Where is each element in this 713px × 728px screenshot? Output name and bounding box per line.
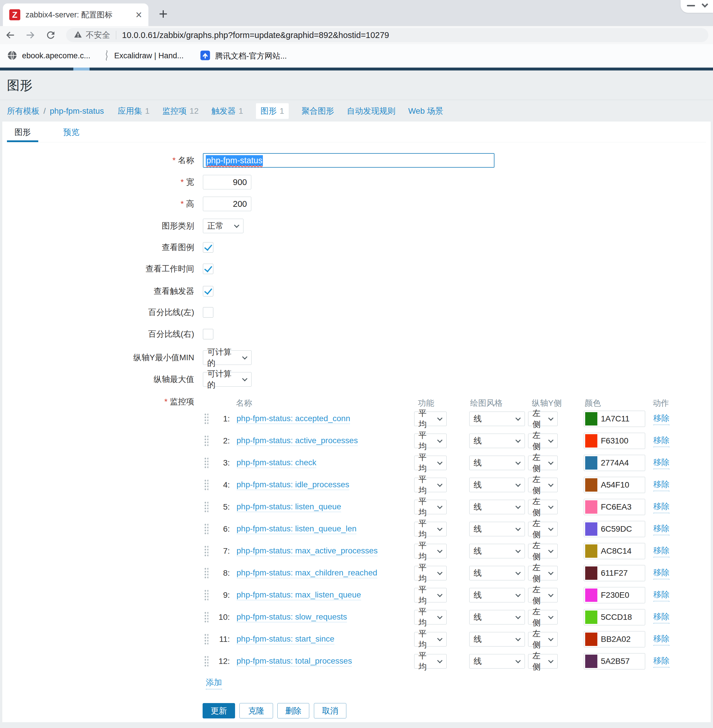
bookmark-excalidraw[interactable]: Excalidraw | Hand... xyxy=(104,44,184,67)
color-picker[interactable]: A54F10 xyxy=(584,477,645,493)
drag-handle-icon[interactable] xyxy=(204,567,208,579)
drag-handle-icon[interactable] xyxy=(204,655,208,667)
name-input[interactable]: php-fpm-status xyxy=(203,153,494,167)
show-working-time-checkbox[interactable] xyxy=(203,264,213,274)
draw-style-select[interactable]: 线 xyxy=(469,434,525,448)
item-link[interactable]: php-fpm-status: idle_processes xyxy=(237,480,349,490)
y-axis-side-select[interactable]: 左侧 xyxy=(528,566,558,580)
scrollbar-thumb[interactable] xyxy=(73,67,89,70)
color-picker[interactable]: 5CCD18 xyxy=(584,609,645,625)
tab-preview[interactable]: 预览 xyxy=(56,124,87,142)
minimize-icon[interactable] xyxy=(687,5,695,6)
nav-graphs-active[interactable]: 图形1 xyxy=(256,103,289,119)
function-select[interactable]: 平均 xyxy=(414,544,447,558)
y-axis-side-select[interactable]: 左侧 xyxy=(528,588,558,602)
draw-style-select[interactable]: 线 xyxy=(469,566,525,580)
percentile-left-checkbox[interactable] xyxy=(203,307,213,318)
color-picker[interactable]: 1A7C11 xyxy=(584,411,645,427)
item-link[interactable]: php-fpm-status: accepted_conn xyxy=(237,414,350,424)
y-axis-side-select[interactable]: 左侧 xyxy=(528,610,558,625)
draw-style-select[interactable]: 线 xyxy=(469,456,525,470)
address-bar[interactable]: 不安全 10.0.0.61/zabbix/graphs.php?form=upd… xyxy=(66,28,709,42)
item-link[interactable]: php-fpm-status: listen_queue_len xyxy=(237,524,356,534)
draw-style-select[interactable]: 线 xyxy=(469,522,525,536)
color-picker[interactable]: AC8C14 xyxy=(584,543,645,559)
y-axis-side-select[interactable]: 左侧 xyxy=(528,522,558,536)
remove-item-link[interactable]: 移除 xyxy=(653,633,670,646)
cancel-button[interactable]: 取消 xyxy=(314,703,346,718)
add-item-link[interactable]: 添加 xyxy=(206,677,222,689)
function-select[interactable]: 平均 xyxy=(414,632,447,646)
y-axis-side-select[interactable]: 左侧 xyxy=(528,632,558,646)
drag-handle-icon[interactable] xyxy=(204,634,208,645)
update-button[interactable]: 更新 xyxy=(203,703,235,718)
tab-graph[interactable]: 图形 xyxy=(7,124,38,142)
clone-button[interactable]: 克隆 xyxy=(239,703,273,718)
bookmark-ebook[interactable]: ebook.apecome.c... xyxy=(7,44,90,67)
item-link[interactable]: php-fpm-status: max_children_reached xyxy=(237,568,377,579)
y-axis-side-select[interactable]: 左侧 xyxy=(528,544,558,558)
height-input[interactable]: 200 xyxy=(203,197,251,211)
reload-button[interactable] xyxy=(44,28,57,42)
function-select[interactable]: 平均 xyxy=(414,522,447,536)
function-select[interactable]: 平均 xyxy=(414,500,447,514)
color-picker[interactable]: 5A2B57 xyxy=(584,653,645,670)
function-select[interactable]: 平均 xyxy=(414,434,447,448)
nav-applications[interactable]: 应用集1 xyxy=(118,106,150,117)
ymax-select[interactable]: 可计算的 xyxy=(203,372,252,387)
color-picker[interactable]: FC6EA3 xyxy=(584,499,645,515)
function-select[interactable]: 平均 xyxy=(414,610,447,625)
color-picker[interactable]: BB2A02 xyxy=(584,631,645,647)
remove-item-link[interactable]: 移除 xyxy=(653,655,670,668)
show-triggers-checkbox[interactable] xyxy=(203,286,213,296)
remove-item-link[interactable]: 移除 xyxy=(653,523,670,535)
delete-button[interactable]: 删除 xyxy=(277,703,309,718)
remove-item-link[interactable]: 移除 xyxy=(653,435,670,447)
draw-style-select[interactable]: 线 xyxy=(469,544,525,558)
item-link[interactable]: php-fpm-status: total_processes xyxy=(237,656,352,667)
remove-item-link[interactable]: 移除 xyxy=(653,567,670,580)
remove-item-link[interactable]: 移除 xyxy=(653,545,670,558)
draw-style-select[interactable]: 线 xyxy=(469,500,525,514)
y-axis-side-select[interactable]: 左侧 xyxy=(528,456,558,470)
drag-handle-icon[interactable] xyxy=(204,611,208,623)
bookmark-tencent-docs[interactable]: 腾讯文档-官方网站... xyxy=(200,44,287,67)
percentile-right-checkbox[interactable] xyxy=(203,329,213,339)
nav-items[interactable]: 监控项12 xyxy=(162,106,198,117)
function-select[interactable]: 平均 xyxy=(414,478,447,492)
show-legend-checkbox[interactable] xyxy=(203,242,213,253)
draw-style-select[interactable]: 线 xyxy=(469,411,525,426)
color-picker[interactable]: 6C59DC xyxy=(584,521,645,537)
item-link[interactable]: php-fpm-status: start_since xyxy=(237,634,334,644)
item-link[interactable]: php-fpm-status: check xyxy=(237,458,316,468)
nav-triggers[interactable]: 触发器1 xyxy=(211,106,243,117)
item-link[interactable]: php-fpm-status: slow_requests xyxy=(237,612,347,622)
drag-handle-icon[interactable] xyxy=(204,589,208,601)
remove-item-link[interactable]: 移除 xyxy=(653,457,670,469)
width-input[interactable]: 900 xyxy=(203,175,251,189)
drag-handle-icon[interactable] xyxy=(204,435,208,447)
draw-style-select[interactable]: 线 xyxy=(469,588,525,602)
function-select[interactable]: 平均 xyxy=(414,456,447,470)
page-top-scrollbar[interactable] xyxy=(0,67,713,70)
nav-screens[interactable]: 聚合图形 xyxy=(301,106,334,117)
function-select[interactable]: 平均 xyxy=(414,654,447,668)
item-link[interactable]: php-fpm-status: max_listen_queue xyxy=(237,590,361,600)
drag-handle-icon[interactable] xyxy=(204,413,208,425)
y-axis-side-select[interactable]: 左侧 xyxy=(528,411,558,426)
y-axis-side-select[interactable]: 左侧 xyxy=(528,654,558,668)
remove-item-link[interactable]: 移除 xyxy=(653,413,670,425)
y-axis-side-select[interactable]: 左侧 xyxy=(528,478,558,492)
color-picker[interactable]: F230E0 xyxy=(584,587,645,603)
remove-item-link[interactable]: 移除 xyxy=(653,589,670,601)
item-link[interactable]: php-fpm-status: listen_queue xyxy=(237,502,341,512)
remove-item-link[interactable]: 移除 xyxy=(653,479,670,491)
function-select[interactable]: 平均 xyxy=(414,566,447,580)
security-label[interactable]: 不安全 xyxy=(86,30,110,40)
draw-style-select[interactable]: 线 xyxy=(469,632,525,646)
color-picker[interactable]: 2774A4 xyxy=(584,455,645,471)
drag-handle-icon[interactable] xyxy=(204,523,208,535)
color-picker[interactable]: 611F27 xyxy=(584,565,645,581)
function-select[interactable]: 平均 xyxy=(414,411,447,426)
draw-style-select[interactable]: 线 xyxy=(469,654,525,668)
